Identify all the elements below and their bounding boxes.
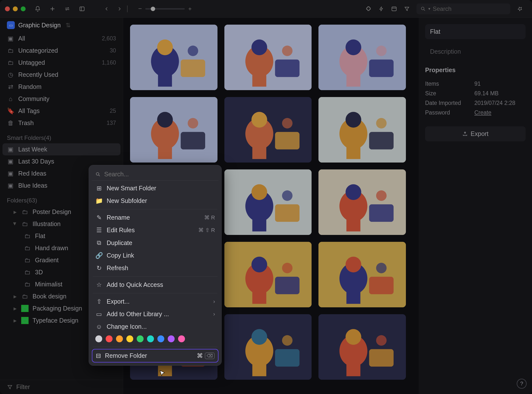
layout-icon[interactable] xyxy=(389,4,399,14)
maximize-window-button[interactable] xyxy=(21,6,26,11)
ctx-duplicate[interactable]: ⧉Duplicate xyxy=(92,236,218,249)
panel-toggle-icon[interactable] xyxy=(77,4,87,14)
ctx-change-icon[interactable]: ☺Change Icon... xyxy=(92,320,218,333)
color-swatch[interactable] xyxy=(116,335,123,342)
thumbnail[interactable] xyxy=(318,314,406,380)
svg-rect-47 xyxy=(252,217,266,231)
color-swatch[interactable] xyxy=(95,335,102,342)
folder-icon: 🗀 xyxy=(24,257,31,264)
ctx-new-smart-folder[interactable]: ⊞New Smart Folder xyxy=(92,182,218,195)
svg-point-86 xyxy=(282,335,293,346)
export-icon: ⇧ xyxy=(95,298,103,305)
ctx-search-input[interactable] xyxy=(104,171,215,178)
svg-point-20 xyxy=(376,46,387,56)
thumbnail[interactable] xyxy=(224,97,312,163)
library-selector[interactable]: ▭ Graphic Design ⇅ xyxy=(0,18,123,33)
ctx-refresh[interactable]: ↻Refresh xyxy=(92,262,218,274)
action-icon[interactable] xyxy=(376,4,386,14)
sidebar-item-all[interactable]: ▣All2,603 xyxy=(0,33,123,45)
svg-point-48 xyxy=(251,184,267,200)
close-window-button[interactable] xyxy=(5,6,10,11)
folder-icon: 🗀 xyxy=(21,305,29,312)
disclosure-triangle-icon: ▸ xyxy=(13,305,17,312)
color-swatch[interactable] xyxy=(137,335,144,342)
sidebar-item-tags[interactable]: 🔖All Tags25 xyxy=(0,105,123,117)
minimize-window-button[interactable] xyxy=(13,6,18,11)
nav-back-icon[interactable] xyxy=(101,4,112,14)
export-icon xyxy=(462,131,468,137)
ctx-export[interactable]: ⇧Export...› xyxy=(92,295,218,308)
random-icon: ⇄ xyxy=(7,83,14,90)
ctx-search-row[interactable] xyxy=(92,168,218,181)
zoom-slider[interactable]: − + xyxy=(138,5,192,13)
search-input[interactable] xyxy=(433,5,506,12)
sidebar-item-untag[interactable]: 🗀Untagged1,160 xyxy=(0,57,123,69)
ctx-rename[interactable]: ✎Rename⌘ R xyxy=(92,211,218,224)
thumbnail[interactable] xyxy=(318,97,406,163)
svg-point-54 xyxy=(346,184,361,200)
smart-folder-icon: ▣ xyxy=(7,158,14,165)
ctx-remove-folder[interactable]: ⊟ Remove Folder ⌘⌫ xyxy=(92,349,218,362)
sidebar-item-community[interactable]: ⌂Community xyxy=(0,93,123,105)
recent-icon: ◷ xyxy=(7,71,14,78)
ctx-quick-access[interactable]: ☆Add to Quick Access xyxy=(92,279,218,291)
thumbnail[interactable] xyxy=(224,314,312,380)
thumbnail[interactable] xyxy=(224,242,312,307)
svg-rect-35 xyxy=(347,145,361,159)
ctx-copy-link[interactable]: 🔗Copy Link xyxy=(92,249,218,262)
svg-point-18 xyxy=(346,39,361,55)
svg-point-90 xyxy=(346,329,361,345)
color-swatch[interactable] xyxy=(147,335,154,342)
extension-icon[interactable] xyxy=(363,4,374,14)
disclosure-triangle-icon: ▸ xyxy=(13,293,17,300)
sidebar-item-recent[interactable]: ◷Recently Used xyxy=(0,69,123,81)
smart-folder-item[interactable]: ▣Last Week xyxy=(2,143,120,155)
sidebar-item-random[interactable]: ⇄Random xyxy=(0,81,123,93)
color-swatch[interactable] xyxy=(106,335,113,342)
svg-rect-71 xyxy=(347,290,361,304)
detail-panel: Flat Description Properties Items91Size6… xyxy=(419,18,532,394)
color-swatch[interactable] xyxy=(126,335,133,342)
svg-rect-25 xyxy=(181,132,205,149)
community-icon: ⌂ xyxy=(7,95,14,102)
bell-icon[interactable] xyxy=(33,4,43,14)
sidebar-item-uncat[interactable]: 🗀Uncategorized30 xyxy=(0,45,123,57)
thumbnail[interactable] xyxy=(318,242,406,307)
disclosure-triangle-icon: ▸ xyxy=(13,208,17,215)
chevron-right-icon: › xyxy=(213,311,215,317)
detail-description-input[interactable]: Description xyxy=(425,45,526,59)
nav-forward-icon[interactable] xyxy=(114,4,125,14)
sidebar-item-trash[interactable]: 🗑Trash137 xyxy=(0,117,123,129)
pin-icon[interactable] xyxy=(515,4,525,14)
svg-point-93 xyxy=(96,172,99,175)
thumbnail[interactable] xyxy=(130,25,217,90)
color-swatch[interactable] xyxy=(178,335,185,342)
thumbnail[interactable] xyxy=(318,25,406,90)
folder-icon: 🗀 xyxy=(21,220,29,228)
ctx-other-library[interactable]: ▭Add to Other Library ...› xyxy=(92,308,218,320)
search-box[interactable]: ▾ xyxy=(416,3,510,14)
svg-point-72 xyxy=(346,257,361,272)
thumbnail[interactable] xyxy=(224,169,312,235)
plus-icon[interactable] xyxy=(47,4,58,14)
export-button[interactable]: Export xyxy=(425,126,526,141)
ctx-new-subfolder[interactable]: 📁New Subfolder xyxy=(92,195,218,207)
filter-icon[interactable] xyxy=(402,4,412,14)
thumbnail[interactable] xyxy=(318,169,406,235)
detail-title-input[interactable]: Flat xyxy=(425,24,526,39)
swap-icon[interactable] xyxy=(62,4,72,14)
svg-rect-85 xyxy=(275,349,299,367)
svg-rect-73 xyxy=(369,277,394,294)
filter-row[interactable]: Filter xyxy=(0,380,123,394)
color-swatch[interactable] xyxy=(168,335,175,342)
thumbnail[interactable] xyxy=(130,97,217,163)
svg-rect-0 xyxy=(80,7,84,11)
properties-header: Properties xyxy=(425,66,526,74)
export-button-label: Export xyxy=(471,130,488,137)
help-button[interactable]: ? xyxy=(517,379,527,389)
thumbnail[interactable] xyxy=(224,25,312,90)
ctx-edit-rules[interactable]: ☰Edit Rules⌘ ⇧ R xyxy=(92,224,218,236)
smart-folder-icon: ▣ xyxy=(7,146,14,153)
svg-point-32 xyxy=(282,118,293,129)
color-swatch[interactable] xyxy=(157,335,164,342)
